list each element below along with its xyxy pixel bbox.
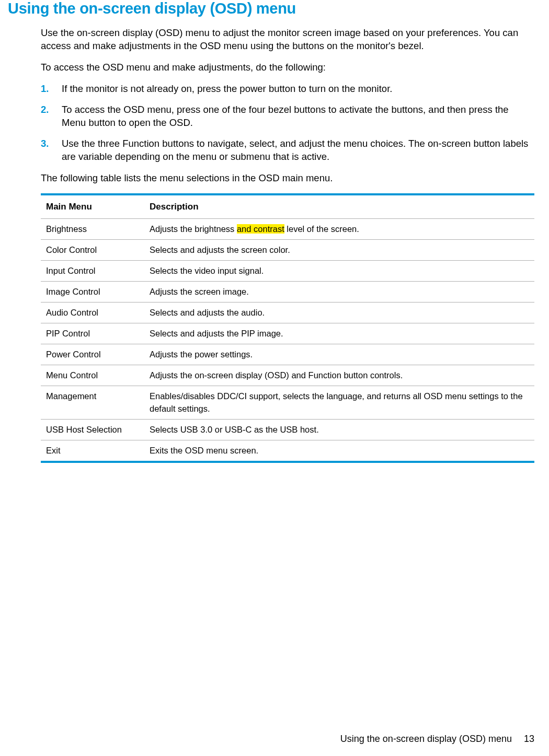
desc-cell: Adjusts the power settings.	[145, 344, 534, 365]
table-row: Exit Exits the OSD menu screen.	[41, 440, 534, 462]
desc-post: level of the screen.	[284, 224, 359, 234]
step-text: To access the OSD menu, press one of the…	[62, 104, 509, 128]
desc-pre: Adjusts the brightness	[150, 224, 237, 234]
desc-cell: Selects USB 3.0 or USB-C as the USB host…	[145, 419, 534, 440]
menu-cell: Management	[41, 386, 145, 419]
page-number: 13	[524, 734, 534, 744]
table-row: Management Enables/disables DDC/CI suppo…	[41, 386, 534, 419]
desc-cell: Adjusts the brightness and contrast leve…	[145, 218, 534, 239]
table-row: Power Control Adjusts the power settings…	[41, 344, 534, 365]
menu-cell: Audio Control	[41, 303, 145, 323]
table-header-main-menu: Main Menu	[41, 194, 145, 219]
step-text: If the monitor is not already on, press …	[62, 83, 392, 94]
desc-cell: Selects and adjusts the PIP image.	[145, 323, 534, 344]
desc-cell: Selects and adjusts the screen color.	[145, 239, 534, 260]
menu-cell: USB Host Selection	[41, 419, 145, 440]
table-row: PIP Control Selects and adjusts the PIP …	[41, 323, 534, 344]
menu-cell: Menu Control	[41, 365, 145, 386]
table-row: Menu Control Adjusts the on-screen displ…	[41, 365, 534, 386]
menu-cell: Color Control	[41, 239, 145, 260]
page-footer: Using the on-screen display (OSD) menu 1…	[340, 734, 534, 745]
osd-menu-table: Main Menu Description Brightness Adjusts…	[41, 193, 534, 463]
desc-cell: Adjusts the screen image.	[145, 282, 534, 303]
desc-cell: Exits the OSD menu screen.	[145, 440, 534, 462]
table-row: Brightness Adjusts the brightness and co…	[41, 218, 534, 239]
menu-cell: Exit	[41, 440, 145, 462]
desc-cell: Selects the video input signal.	[145, 260, 534, 281]
step-number: 1.	[41, 83, 49, 96]
menu-cell: Brightness	[41, 218, 145, 239]
table-header-row: Main Menu Description	[41, 194, 534, 219]
menu-cell: Input Control	[41, 260, 145, 281]
desc-cell: Adjusts the on-screen display (OSD) and …	[145, 365, 534, 386]
step-3: 3.Use the three Function buttons to navi…	[41, 137, 534, 164]
table-row: USB Host Selection Selects USB 3.0 or US…	[41, 419, 534, 440]
step-number: 3.	[41, 137, 49, 150]
table-row: Color Control Selects and adjusts the sc…	[41, 239, 534, 260]
desc-cell: Enables/disables DDC/CI support, selects…	[145, 386, 534, 419]
table-row: Image Control Adjusts the screen image.	[41, 282, 534, 303]
table-header-description: Description	[145, 194, 534, 219]
steps-list: 1.If the monitor is not already on, pres…	[41, 83, 534, 164]
page-title: Using the on-screen display (OSD) menu	[8, 0, 541, 17]
highlighted-text: and contrast	[237, 224, 284, 234]
intro-paragraph: Use the on-screen display (OSD) menu to …	[41, 27, 534, 53]
desc-cell: Selects and adjusts the audio.	[145, 303, 534, 323]
menu-cell: Image Control	[41, 282, 145, 303]
step-2: 2.To access the OSD menu, press one of t…	[41, 103, 534, 130]
step-number: 2.	[41, 103, 49, 117]
footer-text: Using the on-screen display (OSD) menu	[340, 734, 512, 744]
menu-cell: Power Control	[41, 344, 145, 365]
menu-cell: PIP Control	[41, 323, 145, 344]
step-1: 1.If the monitor is not already on, pres…	[41, 83, 534, 96]
access-intro: To access the OSD menu and make adjustme…	[41, 61, 534, 74]
table-row: Input Control Selects the video input si…	[41, 260, 534, 281]
step-text: Use the three Function buttons to naviga…	[62, 138, 528, 162]
table-row: Audio Control Selects and adjusts the au…	[41, 303, 534, 323]
table-intro: The following table lists the menu selec…	[41, 172, 534, 185]
